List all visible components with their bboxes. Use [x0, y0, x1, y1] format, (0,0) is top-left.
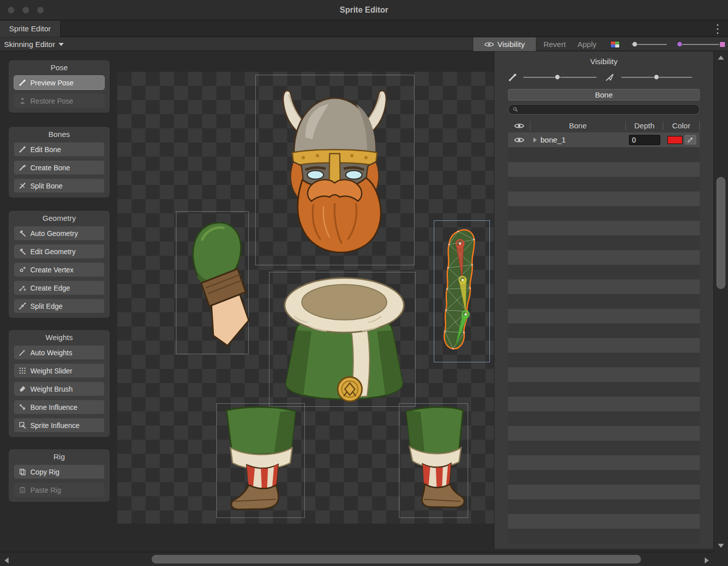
empty-list-row: [508, 265, 700, 279]
visibility-toggle-button[interactable]: Visibility: [473, 37, 536, 51]
expander-arrow-icon[interactable]: [533, 137, 537, 143]
alpha-slider-thumb[interactable]: [632, 41, 638, 47]
weight-brush-button[interactable]: Weight Brush: [14, 382, 105, 396]
sprite-viking-head[interactable]: [263, 77, 407, 263]
brush-icon: [19, 385, 26, 393]
split-bone-button[interactable]: Split Bone: [14, 178, 105, 193]
bone-search-field[interactable]: [508, 104, 700, 115]
alpha-slider[interactable]: [631, 44, 667, 45]
preview-pose-button[interactable]: Preview Pose: [14, 75, 105, 90]
scroll-right-arrow[interactable]: [705, 557, 709, 563]
create-bone-button[interactable]: Create Bone: [14, 160, 105, 175]
bone-table-row[interactable]: bone_1: [508, 132, 700, 147]
button-label: Restore Pose: [30, 97, 73, 105]
revert-button[interactable]: Revert: [539, 37, 570, 51]
vertical-scrollbar[interactable]: [713, 52, 728, 552]
zoom-slider[interactable]: [678, 44, 719, 45]
weights-panel: Weights Auto Weights Weight Slider Weigh…: [8, 329, 110, 438]
color-picker-button[interactable]: [685, 135, 696, 145]
rig-panel: Rig Copy Rig Paste Rig: [8, 449, 110, 502]
visibility-panel: Visibility Bone Bone Depth Color: [494, 52, 713, 549]
header-visibility-column: [508, 121, 530, 130]
bones-panel: Bones Edit Bone Create Bone Split Bone: [8, 126, 110, 198]
hammer-icon: [19, 229, 26, 237]
button-label: Create Bone: [30, 164, 70, 172]
apply-button[interactable]: Apply: [573, 37, 601, 51]
button-label: Edit Geometry: [30, 248, 75, 256]
edit-geometry-button[interactable]: Edit Geometry: [14, 244, 105, 259]
create-edge-button[interactable]: Create Edge: [14, 280, 105, 295]
mesh-opacity-slider-thumb[interactable]: [654, 74, 659, 80]
sprite-right-leg[interactable]: [401, 405, 468, 515]
vertical-scrollbar-thumb[interactable]: [716, 177, 725, 289]
button-label: Split Bone: [30, 182, 63, 190]
row-visibility-cell: [508, 137, 530, 143]
sprite-mitten-arm[interactable]: [181, 216, 250, 352]
auto-geometry-button[interactable]: Auto Geometry: [14, 226, 105, 241]
paste-rig-button[interactable]: Paste Rig: [14, 483, 105, 497]
rig-panel-title: Rig: [9, 449, 110, 464]
header-color-column[interactable]: Color: [663, 121, 700, 130]
button-label: Auto Weights: [30, 349, 72, 357]
copy-rig-button[interactable]: Copy Rig: [14, 464, 105, 479]
row-depth-cell: [626, 135, 663, 145]
mesh-color-icon[interactable]: [719, 41, 725, 48]
bone-opacity-slider-thumb[interactable]: [555, 74, 560, 80]
depth-input[interactable]: [629, 135, 660, 145]
horizontal-scrollbar-thumb[interactable]: [152, 555, 641, 563]
visibility-panel-title: Visibility: [494, 56, 713, 68]
tab-sprite-editor[interactable]: Sprite Editor: [0, 21, 61, 37]
empty-list-row: [508, 235, 700, 250]
bone-color-swatch[interactable]: [667, 136, 682, 144]
bone-influence-button[interactable]: Bone Influence: [14, 400, 105, 414]
zoom-slider-thumb[interactable]: [677, 41, 682, 47]
scroll-left-arrow[interactable]: [5, 557, 9, 563]
empty-list-row: [508, 323, 700, 338]
editor-mode-dropdown[interactable]: Skinning Editor: [4, 37, 64, 51]
empty-list-row: [508, 162, 700, 177]
bone-name[interactable]: bone_1: [540, 135, 566, 144]
bone-tab[interactable]: Bone: [508, 89, 700, 101]
dart-icon: [605, 73, 614, 82]
split-edge-button[interactable]: Split Edge: [14, 299, 105, 313]
sprite-torso[interactable]: [274, 274, 415, 406]
tab-label: Sprite Editor: [9, 24, 51, 33]
pose-panel-title: Pose: [9, 60, 110, 75]
edit-bone-button[interactable]: Edit Bone: [14, 142, 105, 157]
eyedropper-icon: [687, 137, 693, 143]
visibility-eye-toggle[interactable]: [514, 137, 524, 143]
empty-list-row: [508, 529, 700, 543]
sprite-influence-button[interactable]: Sprite Influence: [14, 418, 105, 433]
editor-mode-label: Skinning Editor: [4, 37, 55, 51]
empty-list-row: [508, 397, 700, 411]
scroll-down-arrow[interactable]: [718, 544, 724, 548]
scroll-up-arrow[interactable]: [718, 56, 724, 60]
empty-list-row: [508, 148, 700, 162]
kebab-menu-icon[interactable]: [715, 24, 720, 34]
empty-list-row: [508, 441, 700, 455]
eye-icon: [484, 41, 494, 48]
bone-opacity-slider[interactable]: [523, 77, 597, 78]
empty-list-row: [508, 514, 700, 529]
sprite-editor-window: Sprite Editor Sprite Editor Skinning Edi…: [0, 0, 728, 566]
sprite-rigged-arm[interactable]: [437, 223, 487, 360]
empty-list-row: [508, 250, 700, 265]
empty-list-row: [508, 353, 700, 367]
grid-dots-icon: [19, 367, 26, 374]
create-vertex-button[interactable]: Create Vertex: [14, 262, 105, 277]
mesh-opacity-slider[interactable]: [621, 77, 692, 78]
search-input[interactable]: [521, 106, 695, 113]
weight-slider-button[interactable]: Weight Slider: [14, 363, 105, 378]
sprite-left-leg[interactable]: [220, 405, 301, 515]
restore-pose-button[interactable]: Restore Pose: [14, 93, 105, 108]
auto-weights-button[interactable]: Auto Weights: [14, 345, 105, 360]
empty-list-row: [508, 485, 700, 499]
row-bone-cell: bone_1: [530, 135, 626, 144]
horizontal-scrollbar[interactable]: [0, 552, 713, 566]
pose-panel: Pose Preview Pose Restore Pose: [8, 60, 110, 113]
color-channels-icon[interactable]: [610, 41, 620, 48]
empty-list-row: [508, 221, 700, 235]
header-bone-column[interactable]: Bone: [530, 121, 626, 130]
row-color-cell: [663, 135, 700, 145]
header-depth-column[interactable]: Depth: [626, 121, 663, 130]
